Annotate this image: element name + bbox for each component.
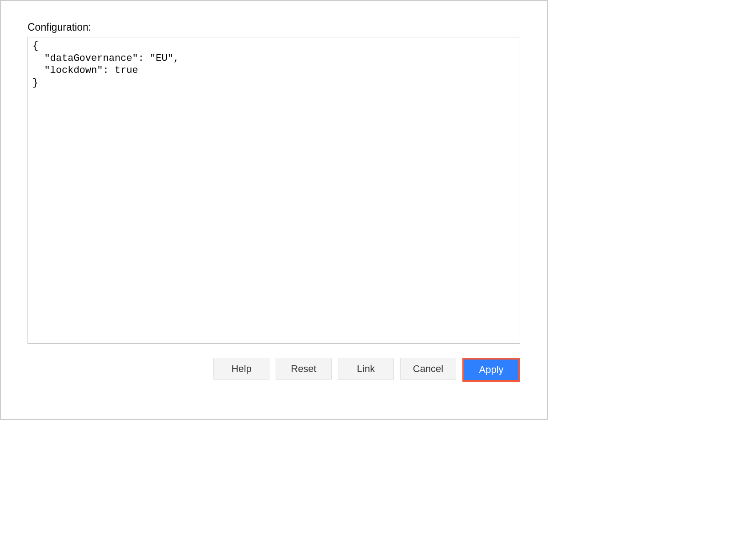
- help-button[interactable]: Help: [213, 358, 269, 380]
- button-row: Help Reset Link Cancel Apply: [28, 358, 520, 382]
- configuration-panel: Configuration: Help Reset Link Cancel Ap…: [1, 1, 547, 395]
- cancel-button[interactable]: Cancel: [400, 358, 456, 380]
- link-button[interactable]: Link: [338, 358, 394, 380]
- configuration-textarea[interactable]: [28, 37, 520, 344]
- apply-button[interactable]: Apply: [464, 360, 518, 380]
- reset-button[interactable]: Reset: [276, 358, 332, 380]
- configuration-label: Configuration:: [28, 21, 520, 33]
- apply-button-highlight: Apply: [462, 358, 520, 382]
